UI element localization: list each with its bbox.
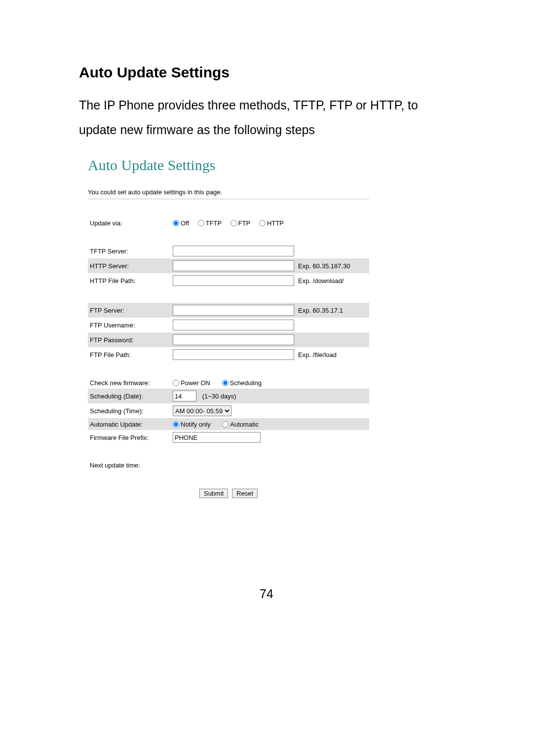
input-ftp-file-path[interactable]: [173, 349, 294, 360]
label-next-update-time: Next update time:: [88, 460, 171, 471]
label-update-via: Update via:: [88, 217, 171, 229]
page-number: 74: [79, 587, 454, 601]
hint-ftp-server: Exp. 60.35.17.1: [296, 303, 369, 318]
radio-off[interactable]: [173, 220, 179, 226]
hint-scheduling-date: (1~30 days): [202, 393, 236, 400]
radio-automatic-label: Automatic: [230, 421, 259, 428]
input-ftp-password[interactable]: [173, 334, 294, 345]
input-firmware-file-prefix[interactable]: [173, 432, 261, 443]
radio-ftp[interactable]: [230, 220, 237, 226]
label-ftp-file-path: FTP File Path:: [88, 347, 171, 362]
input-tftp-server[interactable]: [173, 246, 294, 256]
radio-http-label: HTTP: [267, 219, 284, 227]
radio-http[interactable]: [259, 220, 266, 226]
label-check-new-firmware: Check new firmware:: [88, 377, 171, 389]
input-http-file-path[interactable]: [173, 275, 294, 286]
label-http-server: HTTP Server:: [88, 258, 171, 273]
doc-heading: Auto Update Settings: [79, 64, 454, 81]
label-ftp-server: FTP Server:: [88, 303, 171, 318]
input-scheduling-date[interactable]: [173, 391, 196, 401]
hint-http-server: Exp. 60.35.187.30: [296, 258, 369, 273]
input-http-server[interactable]: [173, 260, 294, 271]
label-scheduling-date: Scheduling (Date):: [88, 389, 171, 403]
radio-ftp-label: FTP: [238, 219, 251, 227]
doc-paragraph: The IP Phone provides three methods, TFT…: [79, 93, 454, 142]
radio-off-label: Off: [181, 219, 189, 227]
value-next-update-time: [171, 460, 369, 471]
hint-ftp-file-path: Exp. /file/load: [296, 347, 369, 362]
reset-button[interactable]: Reset: [232, 489, 258, 498]
label-ftp-username: FTP Username:: [88, 318, 171, 332]
input-ftp-username[interactable]: [173, 320, 294, 330]
radio-tftp-label: TFTP: [206, 219, 222, 227]
settings-form: Update via: Off TFTP FTP HTTP TFTP Serve…: [88, 217, 369, 471]
panel-description: You could set auto update settings in th…: [88, 188, 369, 196]
submit-button[interactable]: Submit: [199, 489, 228, 498]
radio-notify-only-label: Notify only: [181, 421, 211, 428]
radio-power-on-label: Power ON: [181, 379, 210, 387]
label-firmware-file-prefix: Firmware File Prefix:: [88, 430, 171, 445]
hint-http-file-path: Exp. /download/: [296, 273, 369, 288]
radio-scheduling-label: Scheduling: [230, 379, 262, 387]
radio-scheduling[interactable]: [222, 380, 228, 386]
label-automatic-update: Automatic Update:: [88, 418, 171, 430]
select-scheduling-time[interactable]: AM 00:00- 05:59: [173, 405, 231, 416]
label-http-file-path: HTTP File Path:: [88, 273, 171, 288]
radio-power-on[interactable]: [173, 380, 179, 386]
divider: [88, 199, 369, 199]
radio-notify-only[interactable]: [173, 421, 179, 428]
label-ftp-password: FTP Password:: [88, 332, 171, 347]
radio-tftp[interactable]: [198, 220, 204, 226]
label-tftp-server: TFTP Server:: [88, 244, 171, 258]
radio-automatic[interactable]: [222, 421, 228, 428]
panel-title: Auto Update Settings: [88, 157, 369, 174]
settings-panel: Auto Update Settings You could set auto …: [88, 157, 369, 498]
input-ftp-server[interactable]: [173, 305, 294, 316]
label-scheduling-time: Scheduling (Time):: [88, 403, 171, 418]
